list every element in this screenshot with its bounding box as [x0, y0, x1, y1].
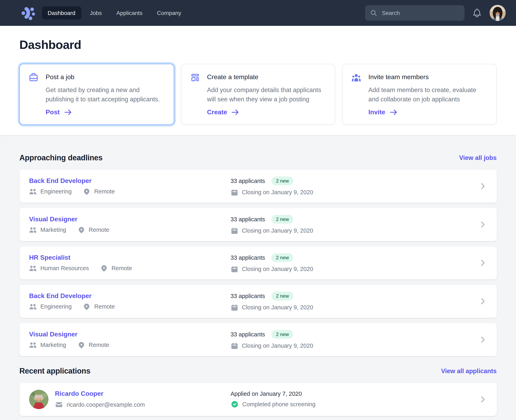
chevron-right-icon[interactable]: [476, 220, 487, 229]
chevron-right-icon[interactable]: [476, 335, 487, 344]
job-row[interactable]: Back End Developer Engineering Remote 33…: [19, 170, 497, 203]
status-label: Completed phone screening: [242, 401, 315, 407]
app-logo-icon[interactable]: [19, 4, 37, 22]
new-applicants-badge: 2 new: [271, 176, 293, 185]
view-all-jobs-link[interactable]: View all jobs: [459, 154, 497, 162]
job-location: Remote: [83, 188, 115, 195]
job-row[interactable]: HR Specialist Human Resources Remote 33 …: [19, 246, 497, 279]
applied-date: Applied on January 7, 2020: [231, 390, 476, 397]
job-title-link[interactable]: Visual Designer: [29, 216, 78, 222]
application-row[interactable]: Ricardo Cooper ricardo.cooper@example.co…: [19, 383, 497, 416]
job-title-link[interactable]: HR Specialist: [29, 254, 70, 261]
department-label: Engineering: [40, 303, 72, 310]
applications-title: Recent applications: [19, 367, 90, 375]
job-title-link[interactable]: Visual Designer: [29, 330, 78, 338]
applicants-count: 33 applicants: [231, 216, 265, 222]
card-create-template: Create a template Add your company detai…: [181, 64, 335, 125]
job-location: Remote: [100, 264, 132, 272]
calendar-icon: [231, 265, 238, 273]
applicants-count: 33 applicants: [231, 331, 265, 338]
users-icon: [29, 226, 37, 234]
applicants-count: 33 applicants: [231, 178, 265, 184]
nav-item-dashboard[interactable]: Dashboard: [42, 7, 81, 19]
job-title-link[interactable]: Back End Developer: [29, 177, 91, 184]
card-title: Create a template: [207, 72, 326, 82]
job-department: Engineering: [29, 303, 72, 310]
user-avatar[interactable]: [489, 5, 506, 21]
card-title: Post a job: [46, 72, 165, 82]
chevron-right-icon[interactable]: [476, 297, 487, 306]
card-description: Add team members to create, evaluate and…: [368, 85, 487, 104]
job-row[interactable]: Back End Developer Engineering Remote 33…: [19, 285, 497, 318]
dashboard-page: Dashboard Jobs Applicants Company: [0, 0, 516, 420]
new-applicants-badge: 2 new: [271, 330, 293, 339]
chevron-right-icon[interactable]: [476, 258, 487, 267]
cta-label: Create: [207, 109, 227, 116]
department-label: Marketing: [40, 342, 66, 348]
users-icon: [29, 188, 37, 195]
check-circle-icon: [231, 400, 239, 408]
applicant-name-link[interactable]: Ricardo Cooper: [55, 390, 103, 397]
nav-item-applicants[interactable]: Applicants: [111, 7, 148, 19]
deadlines-header: Approaching deadlines View all jobs: [19, 153, 497, 162]
cta-label: Post: [46, 109, 60, 116]
notifications-bell-icon[interactable]: [471, 8, 482, 18]
job-row[interactable]: Visual Designer Marketing Remote 33 appl…: [19, 323, 497, 356]
create-template-link[interactable]: Create: [207, 108, 239, 116]
calendar-icon: [231, 188, 238, 196]
nav-item-jobs[interactable]: Jobs: [84, 7, 107, 19]
job-department: Marketing: [29, 341, 66, 349]
search-icon: [370, 9, 377, 16]
closing-date: Closing on January 9, 2020: [231, 227, 313, 234]
department-label: Human Resources: [40, 265, 89, 271]
closing-label: Closing on January 9, 2020: [242, 304, 313, 311]
briefcase-icon: [29, 73, 38, 82]
email-label: ricardo.cooper@example.com: [67, 401, 145, 408]
post-job-link[interactable]: Post: [46, 108, 72, 116]
page-title: Dashboard: [19, 38, 497, 52]
arrow-right-icon: [389, 108, 397, 116]
quick-action-cards: Post a job Get started by creating a new…: [19, 64, 497, 125]
location-pin-icon: [77, 226, 85, 234]
arrow-right-icon: [64, 108, 72, 116]
job-row[interactable]: Visual Designer Marketing Remote 33 appl…: [19, 208, 497, 241]
closing-date: Closing on January 9, 2020: [231, 188, 313, 196]
top-navbar: Dashboard Jobs Applicants Company: [0, 0, 516, 26]
nav-item-company[interactable]: Company: [151, 7, 187, 19]
calendar-icon: [231, 342, 238, 350]
applicant-avatar: [29, 390, 48, 409]
job-info: Back End Developer Engineering Remote: [29, 292, 231, 310]
closing-date: Closing on January 9, 2020: [231, 342, 313, 350]
new-applicants-badge: 2 new: [271, 291, 293, 300]
calendar-icon: [231, 227, 238, 234]
chevron-right-icon[interactable]: [476, 182, 487, 191]
closing-label: Closing on January 9, 2020: [242, 189, 313, 195]
mail-icon: [55, 401, 63, 409]
applicants-count: 33 applicants: [231, 254, 265, 261]
application-list: Ricardo Cooper ricardo.cooper@example.co…: [19, 383, 497, 416]
location-label: Remote: [94, 188, 115, 195]
card-title: Invite team members: [368, 72, 487, 82]
arrow-right-icon: [231, 108, 239, 116]
new-applicants-badge: 2 new: [271, 253, 293, 262]
department-label: Marketing: [40, 226, 66, 233]
chevron-right-icon[interactable]: [476, 395, 487, 404]
job-stats: 33 applicants 2 new Closing on January 9…: [231, 330, 476, 350]
invite-team-link[interactable]: Invite: [368, 108, 397, 116]
job-stats: 33 applicants 2 new Closing on January 9…: [231, 176, 476, 196]
application-status: Applied on January 7, 2020 Completed pho…: [231, 390, 476, 408]
location-label: Remote: [112, 265, 132, 271]
new-applicants-badge: 2 new: [271, 215, 293, 224]
job-title-link[interactable]: Back End Developer: [29, 292, 91, 299]
applicant-email: ricardo.cooper@example.com: [55, 401, 145, 409]
search-input[interactable]: [381, 9, 459, 16]
job-stats: 33 applicants 2 new Closing on January 9…: [231, 253, 476, 273]
applicant-info: Ricardo Cooper ricardo.cooper@example.co…: [29, 390, 231, 409]
job-location: Remote: [77, 226, 109, 234]
location-pin-icon: [83, 188, 91, 195]
location-pin-icon: [77, 341, 85, 349]
job-info: Visual Designer Marketing Remote: [29, 216, 231, 234]
job-info: Back End Developer Engineering Remote: [29, 177, 231, 195]
card-description: Add your company details that applicants…: [207, 85, 326, 104]
view-all-applicants-link[interactable]: View all applicants: [441, 368, 497, 375]
